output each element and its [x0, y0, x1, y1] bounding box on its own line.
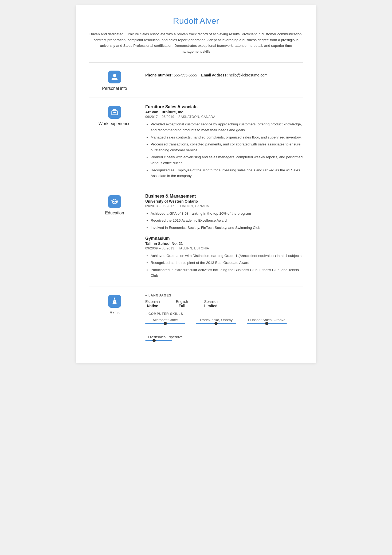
- edu-bullets-2: Achieved Graduation with Distinction, ea…: [145, 253, 303, 279]
- skill-dot: [265, 322, 268, 325]
- job-bullets-1: Provided exceptional customer service by…: [145, 121, 303, 179]
- bullet-item: Managed sales contracts, handled complai…: [151, 134, 303, 140]
- skill-name: Microsoft Office: [153, 318, 178, 322]
- bullet-item: Achieved Graduation with Distinction, ea…: [151, 253, 303, 259]
- lang-level-english: Full: [176, 304, 188, 308]
- languages-grid: Estonian Native English Full Spanish Lim…: [145, 299, 303, 308]
- edu-meta-2: 09/2009 – 05/2013 TALLINN, ESTONIA: [145, 246, 303, 250]
- bullet-item: Provided exceptional customer service by…: [151, 121, 303, 133]
- education-left: Education: [89, 194, 140, 280]
- person-icon: [111, 73, 118, 81]
- school-2: Tallinn School No. 21: [145, 241, 303, 246]
- bullet-item: Achieved a GPA of 3.98, ranking in the t…: [151, 211, 303, 217]
- work-experience-section: Work experience Furniture Sales Associat…: [89, 98, 303, 187]
- bullet-item: Involved in Economics Society, FinTech S…: [151, 225, 303, 231]
- language-spanish: Spanish Limited: [204, 299, 218, 308]
- personal-info-details: Phone number: 555-555-5555 Email address…: [145, 72, 303, 79]
- degree-2: Gymnasium: [145, 236, 303, 241]
- skill-bar-tradegecko: [196, 323, 236, 324]
- resume-header: Rudolf Alver Driven and dedicated Furnit…: [89, 16, 303, 54]
- bullet-item: Worked closely with advertising and sale…: [151, 154, 303, 166]
- skill-track: [247, 323, 287, 324]
- flask-icon: [111, 298, 118, 305]
- computer-skills-grid: Microsoft Office TradeGecko, Unomy: [145, 318, 303, 341]
- company-name-1: Art Van Furniture, Inc.: [145, 110, 303, 114]
- skills-content: – LANGUAGES Estonian Native English Full…: [140, 294, 303, 345]
- skill-freshsales: Freshsales, Pipedrive: [145, 335, 185, 341]
- resume-container: Rudolf Alver Driven and dedicated Furnit…: [76, 5, 316, 363]
- skill-hubspot: Hubspot Sales, Groove: [247, 318, 287, 324]
- bullet-item: Participated in extracurricular activiti…: [151, 267, 303, 279]
- work-experience-label: Work experience: [99, 121, 131, 126]
- bullet-item: Processed transactions, collected paymen…: [151, 141, 303, 153]
- phone-label: Phone number:: [145, 73, 173, 77]
- skill-name: Freshsales, Pipedrive: [148, 335, 183, 339]
- graduation-icon: [111, 198, 118, 205]
- skill-name: Hubspot Sales, Groove: [248, 318, 285, 322]
- work-experience-icon: [108, 106, 121, 119]
- computer-skills-subsection: – COMPUTER SKILLS Microsoft Office Trade…: [145, 312, 303, 341]
- skill-track: [145, 323, 185, 324]
- bullet-item: Recognized as the recipient of the 2013 …: [151, 260, 303, 266]
- education-section: Education Business & Management Universi…: [89, 187, 303, 287]
- lang-level-estonian: Native: [145, 304, 160, 308]
- personal-info-left: Personal info: [89, 69, 140, 91]
- personal-info-label: Personal info: [102, 86, 127, 91]
- skill-dot: [214, 322, 218, 325]
- email-value: hello@kickresume.com: [229, 73, 268, 77]
- lang-level-spanish: Limited: [204, 304, 218, 308]
- skill-microsoft-office: Microsoft Office: [145, 318, 185, 324]
- edu-meta-1: 09/2013 – 05/2017 LONDON, CANADA: [145, 204, 303, 208]
- summary-text: Driven and dedicated Furniture Sales Ass…: [89, 31, 303, 54]
- personal-info-content: Phone number: 555-555-5555 Email address…: [140, 69, 303, 91]
- language-estonian: Estonian Native: [145, 299, 160, 308]
- skill-name: TradeGecko, Unomy: [199, 318, 233, 322]
- work-experience-content: Furniture Sales Associate Art Van Furnit…: [140, 105, 303, 180]
- bullet-item: Received the 2016 Academic Excellence Aw…: [151, 218, 303, 223]
- languages-subsection: – LANGUAGES Estonian Native English Full…: [145, 294, 303, 308]
- education-icon: [108, 195, 121, 208]
- work-experience-left: Work experience: [89, 105, 140, 180]
- education-content: Business & Management University of West…: [140, 194, 303, 280]
- edu-bullets-1: Achieved a GPA of 3.98, ranking in the t…: [145, 211, 303, 231]
- email-label: Email address:: [201, 73, 228, 77]
- skill-bar-freshsales: [145, 340, 185, 341]
- edu-block-2: Gymnasium Tallinn School No. 21 09/2009 …: [145, 236, 303, 279]
- svg-rect-0: [113, 112, 116, 113]
- skill-tradegecko: TradeGecko, Unomy: [196, 318, 236, 324]
- skill-bar-microsoft: [145, 323, 185, 324]
- personal-info-icon: [108, 71, 121, 83]
- school-1: University of Western Ontario: [145, 199, 303, 203]
- languages-heading: – LANGUAGES: [145, 294, 303, 297]
- education-label: Education: [105, 211, 124, 215]
- bullet-item: Recognized as Employee of the Month for …: [151, 167, 303, 179]
- skill-track: [196, 323, 236, 324]
- degree-1: Business & Management: [145, 194, 303, 199]
- briefcase-icon: [111, 109, 118, 116]
- candidate-name: Rudolf Alver: [89, 16, 303, 26]
- skill-dot: [152, 339, 156, 342]
- job-title-1: Furniture Sales Associate: [145, 105, 303, 109]
- job-meta-1: 06/2017 – 06/2019 SASKATOON, CANADA: [145, 115, 303, 119]
- lang-name-spanish: Spanish: [204, 299, 218, 304]
- language-english: English Full: [176, 299, 188, 308]
- phone-value: 555-555-5555: [174, 73, 197, 77]
- skill-bar-hubspot: [247, 323, 287, 324]
- lang-name-estonian: Estonian: [145, 299, 160, 304]
- skills-label: Skills: [109, 310, 119, 315]
- skills-left: Skills: [89, 294, 140, 345]
- personal-info-section: Personal info Phone number: 555-555-5555…: [89, 62, 303, 98]
- skills-section: Skills – LANGUAGES Estonian Native Engli…: [89, 287, 303, 352]
- skill-dot: [164, 322, 167, 325]
- lang-name-english: English: [176, 299, 188, 304]
- computer-skills-heading: – COMPUTER SKILLS: [145, 312, 303, 316]
- edu-block-1: Business & Management University of West…: [145, 194, 303, 231]
- skill-track: [145, 340, 172, 341]
- skills-icon: [108, 295, 121, 308]
